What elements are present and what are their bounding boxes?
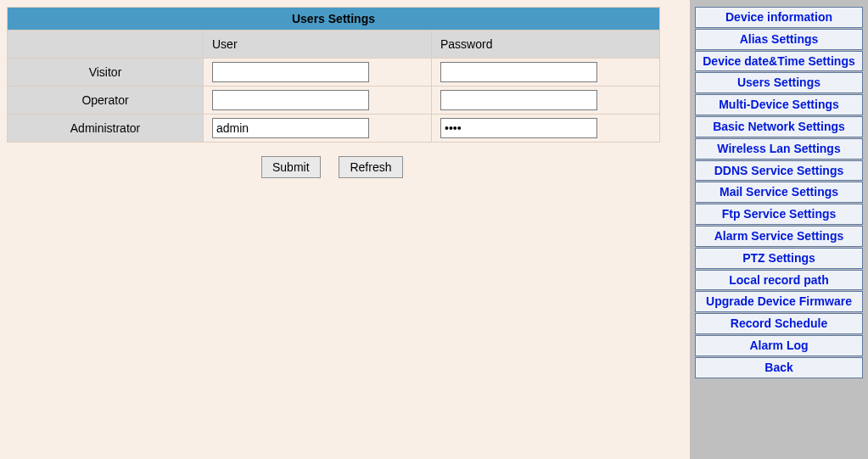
table-row: Visitor bbox=[8, 59, 660, 87]
visitor-password-input[interactable] bbox=[440, 62, 597, 82]
sidebar-item-multi-device-settings[interactable]: Multi-Device Settings bbox=[695, 94, 863, 115]
sidebar: Device information Alias Settings Device… bbox=[690, 0, 868, 459]
sidebar-item-alarm-log[interactable]: Alarm Log bbox=[695, 335, 863, 356]
sidebar-item-basic-network-settings[interactable]: Basic Network Settings bbox=[695, 116, 863, 137]
role-label-administrator: Administrator bbox=[8, 115, 204, 143]
header-user: User bbox=[204, 31, 432, 59]
page-title: Users Settings bbox=[8, 8, 660, 31]
sidebar-item-mail-service-settings[interactable]: Mail Service Settings bbox=[695, 182, 863, 203]
operator-password-input[interactable] bbox=[440, 90, 597, 110]
header-blank bbox=[8, 31, 204, 59]
sidebar-item-wireless-lan-settings[interactable]: Wireless Lan Settings bbox=[695, 138, 863, 160]
sidebar-item-record-schedule[interactable]: Record Schedule bbox=[695, 313, 863, 334]
button-row: Submit Refresh bbox=[261, 156, 683, 178]
role-label-visitor: Visitor bbox=[8, 59, 204, 87]
operator-user-input[interactable] bbox=[212, 90, 369, 110]
sidebar-item-back[interactable]: Back bbox=[695, 357, 863, 378]
visitor-user-input[interactable] bbox=[212, 62, 369, 82]
administrator-user-input[interactable] bbox=[212, 118, 369, 138]
sidebar-item-users-settings[interactable]: Users Settings bbox=[695, 72, 863, 93]
administrator-password-input[interactable] bbox=[440, 118, 597, 138]
refresh-button[interactable]: Refresh bbox=[339, 156, 402, 178]
table-row: Operator bbox=[8, 87, 660, 115]
sidebar-item-ptz-settings[interactable]: PTZ Settings bbox=[695, 248, 863, 269]
role-label-operator: Operator bbox=[8, 87, 204, 115]
submit-button[interactable]: Submit bbox=[261, 156, 321, 178]
sidebar-item-ddns-service-settings[interactable]: DDNS Service Settings bbox=[695, 160, 863, 182]
table-row: Administrator bbox=[8, 115, 660, 143]
sidebar-item-upgrade-device-firmware[interactable]: Upgrade Device Firmware bbox=[695, 291, 863, 312]
sidebar-item-device-date-time-settings[interactable]: Device date&Time Settings bbox=[695, 51, 863, 72]
header-password: Password bbox=[432, 31, 660, 59]
users-settings-table: Users Settings User Password Visitor Ope… bbox=[7, 7, 660, 143]
main-content: Users Settings User Password Visitor Ope… bbox=[0, 0, 690, 459]
sidebar-item-device-information[interactable]: Device information bbox=[695, 7, 863, 28]
sidebar-item-alias-settings[interactable]: Alias Settings bbox=[695, 29, 863, 50]
sidebar-item-ftp-service-settings[interactable]: Ftp Service Settings bbox=[695, 204, 863, 225]
sidebar-item-alarm-service-settings[interactable]: Alarm Service Settings bbox=[695, 226, 863, 247]
sidebar-item-local-record-path[interactable]: Local record path bbox=[695, 270, 863, 291]
